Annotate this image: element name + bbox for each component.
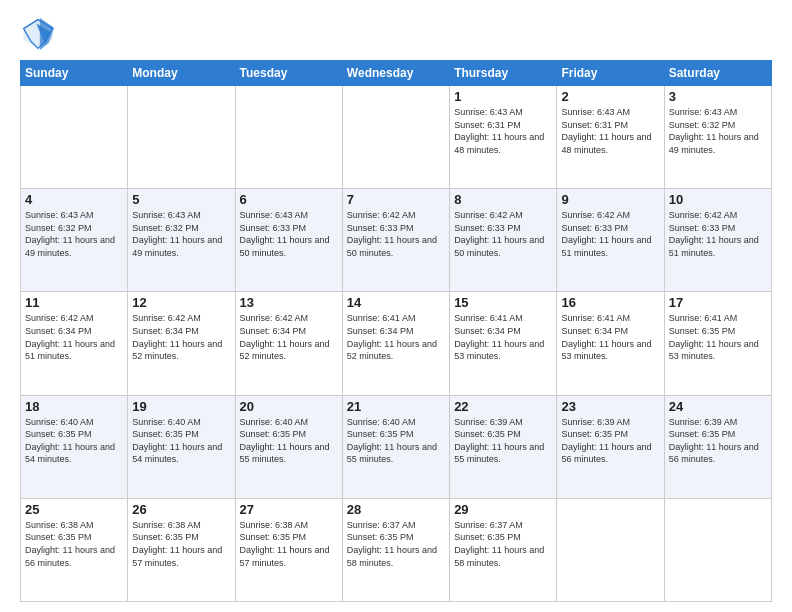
- calendar-cell: 18Sunrise: 6:40 AM Sunset: 6:35 PM Dayli…: [21, 395, 128, 498]
- calendar-table: SundayMondayTuesdayWednesdayThursdayFrid…: [20, 60, 772, 602]
- calendar-header-sunday: Sunday: [21, 61, 128, 86]
- day-info: Sunrise: 6:41 AM Sunset: 6:34 PM Dayligh…: [454, 312, 552, 362]
- day-info: Sunrise: 6:40 AM Sunset: 6:35 PM Dayligh…: [240, 416, 338, 466]
- calendar-cell: 19Sunrise: 6:40 AM Sunset: 6:35 PM Dayli…: [128, 395, 235, 498]
- day-info: Sunrise: 6:38 AM Sunset: 6:35 PM Dayligh…: [25, 519, 123, 569]
- logo-icon: [20, 16, 56, 52]
- calendar-cell: [235, 86, 342, 189]
- calendar-cell: 12Sunrise: 6:42 AM Sunset: 6:34 PM Dayli…: [128, 292, 235, 395]
- day-number: 12: [132, 295, 230, 310]
- calendar-cell: 17Sunrise: 6:41 AM Sunset: 6:35 PM Dayli…: [664, 292, 771, 395]
- day-number: 22: [454, 399, 552, 414]
- day-info: Sunrise: 6:42 AM Sunset: 6:33 PM Dayligh…: [454, 209, 552, 259]
- calendar-cell: 11Sunrise: 6:42 AM Sunset: 6:34 PM Dayli…: [21, 292, 128, 395]
- calendar-cell: 9Sunrise: 6:42 AM Sunset: 6:33 PM Daylig…: [557, 189, 664, 292]
- day-number: 17: [669, 295, 767, 310]
- calendar-header-wednesday: Wednesday: [342, 61, 449, 86]
- day-number: 16: [561, 295, 659, 310]
- logo: [20, 16, 60, 52]
- day-info: Sunrise: 6:38 AM Sunset: 6:35 PM Dayligh…: [240, 519, 338, 569]
- day-info: Sunrise: 6:37 AM Sunset: 6:35 PM Dayligh…: [454, 519, 552, 569]
- day-info: Sunrise: 6:37 AM Sunset: 6:35 PM Dayligh…: [347, 519, 445, 569]
- calendar-cell: 28Sunrise: 6:37 AM Sunset: 6:35 PM Dayli…: [342, 498, 449, 601]
- page: SundayMondayTuesdayWednesdayThursdayFrid…: [0, 0, 792, 612]
- day-number: 15: [454, 295, 552, 310]
- calendar-header-row: SundayMondayTuesdayWednesdayThursdayFrid…: [21, 61, 772, 86]
- day-number: 27: [240, 502, 338, 517]
- calendar-cell: [342, 86, 449, 189]
- calendar-cell: 8Sunrise: 6:42 AM Sunset: 6:33 PM Daylig…: [450, 189, 557, 292]
- day-info: Sunrise: 6:42 AM Sunset: 6:34 PM Dayligh…: [240, 312, 338, 362]
- calendar-cell: 6Sunrise: 6:43 AM Sunset: 6:33 PM Daylig…: [235, 189, 342, 292]
- calendar-cell: 4Sunrise: 6:43 AM Sunset: 6:32 PM Daylig…: [21, 189, 128, 292]
- day-number: 29: [454, 502, 552, 517]
- day-number: 8: [454, 192, 552, 207]
- calendar-week-1: 1Sunrise: 6:43 AM Sunset: 6:31 PM Daylig…: [21, 86, 772, 189]
- day-number: 3: [669, 89, 767, 104]
- day-number: 21: [347, 399, 445, 414]
- calendar-cell: 15Sunrise: 6:41 AM Sunset: 6:34 PM Dayli…: [450, 292, 557, 395]
- day-number: 18: [25, 399, 123, 414]
- day-info: Sunrise: 6:43 AM Sunset: 6:31 PM Dayligh…: [561, 106, 659, 156]
- day-info: Sunrise: 6:43 AM Sunset: 6:32 PM Dayligh…: [669, 106, 767, 156]
- calendar-cell: 27Sunrise: 6:38 AM Sunset: 6:35 PM Dayli…: [235, 498, 342, 601]
- day-number: 19: [132, 399, 230, 414]
- calendar-cell: 25Sunrise: 6:38 AM Sunset: 6:35 PM Dayli…: [21, 498, 128, 601]
- calendar-cell: 26Sunrise: 6:38 AM Sunset: 6:35 PM Dayli…: [128, 498, 235, 601]
- day-info: Sunrise: 6:41 AM Sunset: 6:34 PM Dayligh…: [561, 312, 659, 362]
- day-number: 9: [561, 192, 659, 207]
- day-info: Sunrise: 6:39 AM Sunset: 6:35 PM Dayligh…: [454, 416, 552, 466]
- day-number: 5: [132, 192, 230, 207]
- calendar-week-2: 4Sunrise: 6:43 AM Sunset: 6:32 PM Daylig…: [21, 189, 772, 292]
- calendar-header-tuesday: Tuesday: [235, 61, 342, 86]
- calendar-cell: 10Sunrise: 6:42 AM Sunset: 6:33 PM Dayli…: [664, 189, 771, 292]
- day-info: Sunrise: 6:43 AM Sunset: 6:33 PM Dayligh…: [240, 209, 338, 259]
- day-info: Sunrise: 6:40 AM Sunset: 6:35 PM Dayligh…: [347, 416, 445, 466]
- calendar-week-4: 18Sunrise: 6:40 AM Sunset: 6:35 PM Dayli…: [21, 395, 772, 498]
- day-number: 7: [347, 192, 445, 207]
- calendar-cell: 3Sunrise: 6:43 AM Sunset: 6:32 PM Daylig…: [664, 86, 771, 189]
- day-info: Sunrise: 6:40 AM Sunset: 6:35 PM Dayligh…: [25, 416, 123, 466]
- calendar-cell: 7Sunrise: 6:42 AM Sunset: 6:33 PM Daylig…: [342, 189, 449, 292]
- day-info: Sunrise: 6:42 AM Sunset: 6:33 PM Dayligh…: [561, 209, 659, 259]
- day-number: 14: [347, 295, 445, 310]
- calendar-cell: [557, 498, 664, 601]
- calendar-cell: 24Sunrise: 6:39 AM Sunset: 6:35 PM Dayli…: [664, 395, 771, 498]
- calendar-header-thursday: Thursday: [450, 61, 557, 86]
- day-info: Sunrise: 6:38 AM Sunset: 6:35 PM Dayligh…: [132, 519, 230, 569]
- calendar-cell: 21Sunrise: 6:40 AM Sunset: 6:35 PM Dayli…: [342, 395, 449, 498]
- day-number: 23: [561, 399, 659, 414]
- calendar-cell: 23Sunrise: 6:39 AM Sunset: 6:35 PM Dayli…: [557, 395, 664, 498]
- header: [20, 16, 772, 52]
- day-number: 2: [561, 89, 659, 104]
- day-number: 13: [240, 295, 338, 310]
- day-number: 28: [347, 502, 445, 517]
- calendar-week-3: 11Sunrise: 6:42 AM Sunset: 6:34 PM Dayli…: [21, 292, 772, 395]
- calendar-cell: 1Sunrise: 6:43 AM Sunset: 6:31 PM Daylig…: [450, 86, 557, 189]
- day-number: 6: [240, 192, 338, 207]
- day-info: Sunrise: 6:43 AM Sunset: 6:32 PM Dayligh…: [132, 209, 230, 259]
- calendar-cell: 22Sunrise: 6:39 AM Sunset: 6:35 PM Dayli…: [450, 395, 557, 498]
- day-number: 25: [25, 502, 123, 517]
- day-info: Sunrise: 6:43 AM Sunset: 6:31 PM Dayligh…: [454, 106, 552, 156]
- calendar-cell: [128, 86, 235, 189]
- calendar-cell: [21, 86, 128, 189]
- day-info: Sunrise: 6:41 AM Sunset: 6:35 PM Dayligh…: [669, 312, 767, 362]
- calendar-header-monday: Monday: [128, 61, 235, 86]
- calendar-cell: 16Sunrise: 6:41 AM Sunset: 6:34 PM Dayli…: [557, 292, 664, 395]
- day-info: Sunrise: 6:42 AM Sunset: 6:34 PM Dayligh…: [25, 312, 123, 362]
- calendar-week-5: 25Sunrise: 6:38 AM Sunset: 6:35 PM Dayli…: [21, 498, 772, 601]
- day-info: Sunrise: 6:41 AM Sunset: 6:34 PM Dayligh…: [347, 312, 445, 362]
- calendar-cell: 5Sunrise: 6:43 AM Sunset: 6:32 PM Daylig…: [128, 189, 235, 292]
- day-number: 11: [25, 295, 123, 310]
- day-info: Sunrise: 6:39 AM Sunset: 6:35 PM Dayligh…: [561, 416, 659, 466]
- calendar-header-friday: Friday: [557, 61, 664, 86]
- day-number: 20: [240, 399, 338, 414]
- day-number: 24: [669, 399, 767, 414]
- calendar-cell: 29Sunrise: 6:37 AM Sunset: 6:35 PM Dayli…: [450, 498, 557, 601]
- calendar-header-saturday: Saturday: [664, 61, 771, 86]
- day-number: 4: [25, 192, 123, 207]
- day-number: 26: [132, 502, 230, 517]
- day-number: 1: [454, 89, 552, 104]
- day-info: Sunrise: 6:42 AM Sunset: 6:34 PM Dayligh…: [132, 312, 230, 362]
